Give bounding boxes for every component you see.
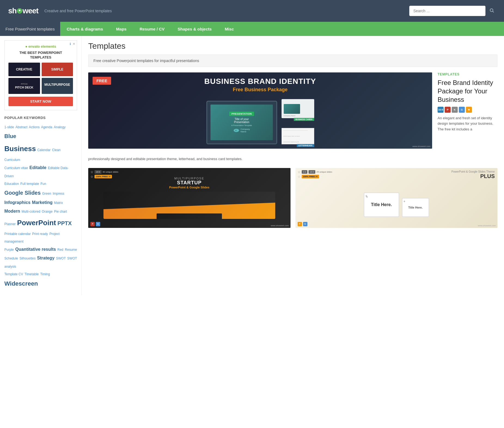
keyword-multi-colored[interactable]: Multi-colored [22, 210, 40, 213]
template-card-plus[interactable]: ☆ 4:3 16:9 25 unique slides ☆ 100% FREE … [295, 168, 498, 228]
search-button[interactable] [488, 6, 496, 16]
keyword-timetable[interactable]: Timetable [25, 272, 39, 276]
logo-tagline: Creative and free PowerPoint templates [44, 9, 112, 13]
keyword-curriculum-vitae[interactable]: Curriculum vitae [4, 166, 28, 170]
keyword-marketing[interactable]: Marketing [32, 200, 53, 205]
envato-text: envato elements [28, 44, 56, 48]
keyword-full-template[interactable]: Full template [20, 182, 39, 186]
keyword-clean[interactable]: Clean [52, 148, 60, 152]
keyword-calendar[interactable]: Calendar [37, 148, 51, 152]
search-input[interactable] [409, 6, 485, 16]
keyword-google-slides[interactable]: Google Slides [4, 190, 41, 196]
startup-sub-title: PowerPoint & Google Slides [169, 186, 209, 189]
featured-free-badge: FREE [93, 77, 111, 85]
keyword-template-cv[interactable]: Template CV [4, 272, 23, 276]
nav-item-maps[interactable]: Maps [109, 22, 133, 36]
keyword-blue[interactable]: Blue [4, 133, 16, 139]
startup-label: MULTIPURPOSE [169, 177, 209, 180]
keyword-education[interactable]: Education [4, 182, 19, 186]
startup-badges: ☆ 16:9 30 unique slides ☆ 100% FREE !!! [90, 170, 118, 179]
featured-mockup: PRESENTATION Title of yourPresentation A… [201, 99, 320, 144]
startup-free-badge: 100% FREE !!! [94, 175, 112, 178]
keyword-timing[interactable]: Timing [40, 272, 50, 276]
featured-credit: www.showeet.com [413, 145, 430, 148]
keyword-print-ready[interactable]: Print ready [32, 232, 48, 236]
featured-desc: An elegant and fresh set of identity des… [438, 115, 497, 132]
keyword-planner[interactable]: Planner [4, 222, 16, 226]
nav-item-shapes[interactable]: Shapes & objects [171, 22, 218, 36]
keyword-pie-chart[interactable]: Pie chart [54, 210, 67, 213]
keyword-green[interactable]: Green [42, 192, 51, 195]
main-nav: Free PowerPoint templates Charts & diagr… [0, 22, 504, 36]
keyword-resume[interactable]: Resume [65, 248, 77, 252]
template-card-startup[interactable]: ☆ 16:9 30 unique slides ☆ 100% FREE !!! … [88, 168, 291, 228]
plus-card-bg: ☆ 4:3 16:9 25 unique slides ☆ 100% FREE … [295, 168, 498, 228]
keyword-fun[interactable]: Fun [41, 182, 46, 186]
popular-keywords: POPULAR KEYWORDS 1-slide Abstract Action… [4, 116, 77, 290]
ad-start-button[interactable]: START NOW [8, 97, 73, 106]
template-icons: 16:9 P K G ⊕ [438, 107, 497, 113]
plus-free-badge: 100% FREE !!! [302, 175, 319, 178]
ad-close-icon[interactable]: ✕ [73, 42, 75, 46]
nav-item-charts[interactable]: Charts & diagrams [60, 22, 109, 36]
keyword-widescreen[interactable]: Widescreen [4, 280, 38, 287]
keyword-agenda[interactable]: Agenda [41, 125, 52, 129]
keyword-purple[interactable]: Purple [4, 248, 14, 252]
keyword-schedule[interactable]: Schedule [4, 256, 18, 260]
startup-mockup [103, 192, 275, 219]
keyword-abstract[interactable]: Abstract [16, 125, 28, 129]
ad-tile-simple: SIMPLE [42, 63, 73, 76]
ad-tiles-grid: CREATIVE SIMPLE PITCHPITCH DECK MULTIPUR… [8, 63, 73, 94]
keyword-analogy[interactable]: Analogy [54, 125, 65, 129]
featured-template-image[interactable]: FREE BUSINESS BRAND IDENTITY Free Busine… [88, 72, 432, 149]
keyword-matrix[interactable]: Matrix [54, 201, 63, 205]
keyword-silhouettes[interactable]: Silhouettes [19, 256, 35, 260]
plus-ratio-4-3: 4:3 [302, 170, 307, 174]
ad-title: THE BEST POWERPOINT TEMPLATES [8, 51, 73, 60]
keyword-1slide[interactable]: 1-slide [4, 125, 14, 129]
keyword-powerpoint[interactable]: PowerPoint [17, 219, 56, 227]
keyword-infographics[interactable]: Infographics [4, 200, 30, 205]
ratio-icon: 16:9 [438, 107, 444, 113]
keyword-orange[interactable]: Orange [42, 210, 53, 213]
keyword-swot[interactable]: SWOT [56, 256, 66, 260]
keyword-editable[interactable]: Editable [29, 165, 46, 170]
main-layout: ℹ ✕ ● envato elements THE BEST POWERPOIN… [0, 36, 504, 295]
letterhead-label: LETTERHEADS [297, 144, 314, 147]
svg-line-1 [493, 11, 494, 12]
startup-badge-row-1: ☆ 16:9 30 unique slides [90, 170, 118, 174]
pres-title: Title of yourPresentation [234, 118, 249, 124]
startup-card-bg: ☆ 16:9 30 unique slides ☆ 100% FREE !!! … [88, 168, 291, 228]
keyword-quantitative-results[interactable]: Quantitative results [15, 247, 56, 252]
subtitle-bar: Free creative Powerpoint templates for i… [88, 54, 497, 67]
keyword-impress[interactable]: Impress [53, 192, 64, 195]
keyword-modern[interactable]: Modern [4, 209, 20, 213]
keyword-actions[interactable]: Actions [29, 125, 39, 129]
pres-tag: PRESENTATION [229, 112, 254, 116]
nav-item-home[interactable]: Free PowerPoint templates [0, 22, 60, 36]
startup-bottom-icons: P G [90, 222, 100, 226]
keyword-business[interactable]: Business [4, 145, 36, 153]
keyword-strategy[interactable]: Strategy [37, 256, 54, 260]
page-title: Templates [88, 41, 497, 51]
plus-slides-count: 25 unique slides [316, 171, 332, 173]
keyword-red[interactable]: Red [57, 248, 63, 252]
nav-item-resume[interactable]: Resume / CV [133, 22, 171, 36]
keyword-pptx[interactable]: PPTX [57, 220, 72, 226]
keyword-printable-calendar[interactable]: Printable calendar [4, 232, 31, 236]
nav-item-misc[interactable]: Misc [218, 22, 240, 36]
startup-credit: www.showeet.com [271, 224, 289, 227]
plus-badge-row-1: ☆ 4:3 16:9 25 unique slides [298, 170, 332, 174]
plus-badges: ☆ 4:3 16:9 25 unique slides ☆ 100% FREE … [298, 170, 332, 179]
featured-image-inner: FREE BUSINESS BRAND IDENTITY Free Busine… [88, 72, 432, 149]
plus-gslides-icon: G [303, 222, 307, 226]
templates-description: professionally designed and editable pre… [88, 156, 497, 162]
startup-gslides-icon: G [96, 222, 100, 226]
plus-credit: www.showeet.com [478, 224, 496, 227]
letterhead-card: ——————————————— Lorem ipsum dolor sit am… [282, 128, 314, 144]
plus-main-title: PLUS [451, 173, 495, 179]
keyword-curriculum[interactable]: Curriculum [4, 158, 20, 162]
logo[interactable]: sh weet [8, 7, 38, 15]
ad-info-icon[interactable]: ℹ [70, 42, 71, 46]
plus-ppt-icon: P [298, 222, 302, 226]
